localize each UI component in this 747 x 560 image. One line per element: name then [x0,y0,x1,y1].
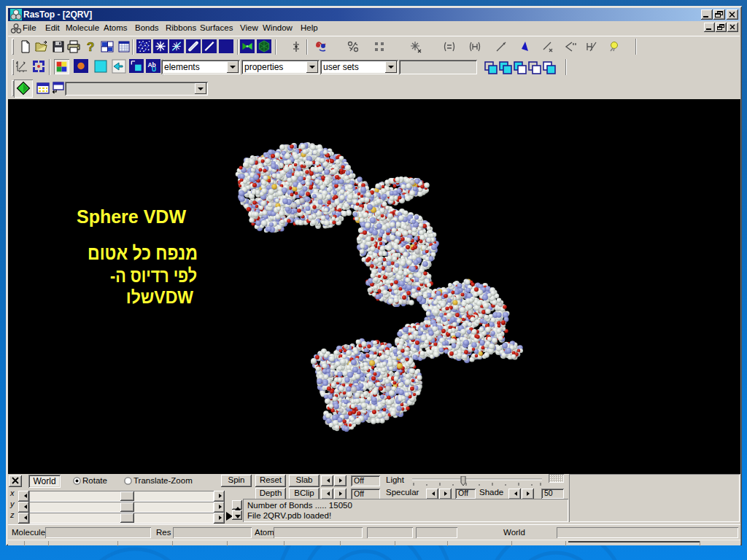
svg-text:U: U [152,66,156,73]
svg-text:?: ? [87,40,94,54]
